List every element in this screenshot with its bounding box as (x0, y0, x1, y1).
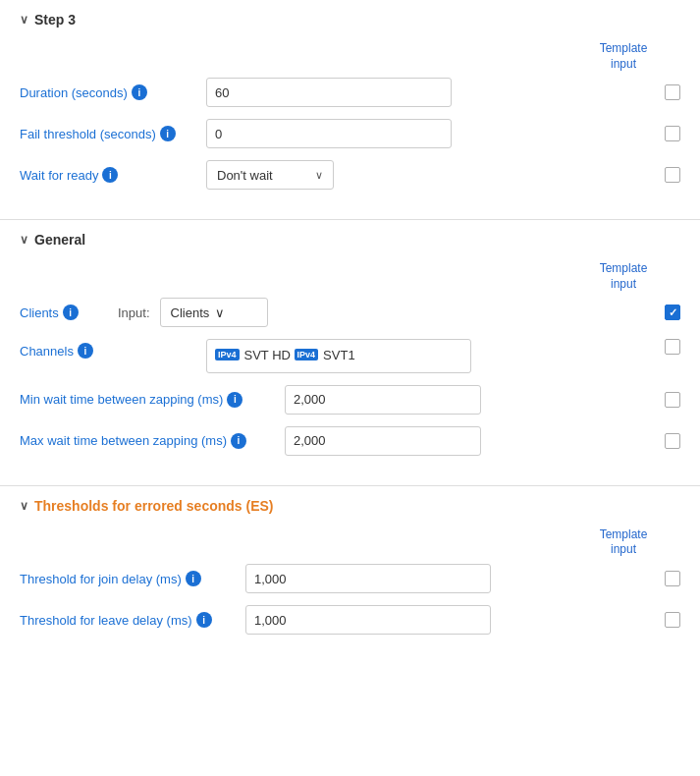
general-template-header: Template input (20, 261, 680, 292)
channel-svt-hd: IPv4 SVT HD (215, 348, 291, 362)
min-wait-row: Min wait time between zapping (ms) i (20, 385, 680, 415)
max-wait-template-checkbox[interactable] (665, 433, 680, 449)
duration-template-checkbox[interactable] (665, 84, 680, 100)
wait-for-ready-chevron-icon: ∨ (315, 169, 323, 182)
max-wait-row: Max wait time between zapping (ms) i (20, 426, 680, 456)
duration-info-icon[interactable]: i (132, 84, 147, 100)
min-wait-template-checkbox[interactable] (665, 392, 680, 408)
thresholds-header[interactable]: ∨ Thresholds for errored seconds (ES) (20, 498, 680, 514)
fail-threshold-template-checkbox[interactable] (665, 126, 680, 141)
channel-svt1: IPv4 SVT1 (295, 348, 355, 362)
duration-label: Duration (seconds) i (20, 84, 196, 100)
thresholds-chevron-icon: ∨ (20, 499, 28, 513)
channels-multiselect[interactable]: IPv4 SVT HD IPv4 SVT1 (206, 339, 471, 373)
general-title: General (34, 232, 85, 248)
channels-row: Channels i IPv4 SVT HD IPv4 SVT1 (20, 339, 680, 373)
wait-for-ready-label: Wait for ready i (20, 167, 196, 183)
leave-delay-row: Threshold for leave delay (ms) i (20, 605, 680, 635)
channel-name-svt1: SVT1 (323, 348, 355, 362)
join-delay-input[interactable] (245, 564, 491, 593)
thresholds-template-input-label: Template input (594, 527, 653, 558)
thresholds-template-header: Template input (20, 527, 680, 558)
max-wait-info-icon[interactable]: i (231, 433, 246, 449)
channels-info-icon[interactable]: i (78, 343, 93, 359)
clients-dropdown[interactable]: Clients ∨ (160, 298, 268, 327)
min-wait-info-icon[interactable]: i (227, 392, 242, 408)
step3-template-input-label: Template input (594, 41, 653, 72)
wait-for-ready-dropdown[interactable]: Don't wait ∨ (206, 160, 334, 190)
channels-label: Channels i (20, 339, 196, 359)
step3-section: ∨ Step 3 Template input Duration (second… (0, 0, 700, 220)
max-wait-label: Max wait time between zapping (ms) i (20, 433, 275, 449)
wait-for-ready-template-checkbox[interactable] (665, 167, 680, 183)
general-section: ∨ General Template input Clients i Input… (0, 220, 700, 486)
join-delay-label: Threshold for join delay (ms) i (20, 571, 236, 586)
clients-dropdown-chevron-icon: ∨ (215, 305, 225, 320)
ipv4-badge-svt1: IPv4 (295, 349, 319, 360)
channel-name-svt-hd: SVT HD (244, 348, 291, 362)
general-header[interactable]: ∨ General (20, 232, 680, 248)
input-label: Input: (118, 305, 150, 320)
wait-for-ready-value: Don't wait (217, 168, 273, 183)
general-chevron-icon: ∨ (20, 233, 28, 247)
step3-title: Step 3 (34, 12, 76, 28)
join-delay-info-icon[interactable]: i (186, 571, 201, 586)
join-delay-row: Threshold for join delay (ms) i (20, 564, 680, 593)
min-wait-input[interactable] (285, 385, 481, 415)
duration-input[interactable] (206, 78, 452, 107)
join-delay-template-checkbox[interactable] (665, 571, 680, 586)
fail-threshold-input[interactable] (206, 119, 452, 148)
clients-label: Clients i (20, 305, 98, 320)
general-template-input-label: Template input (594, 261, 653, 292)
thresholds-title: Thresholds for errored seconds (ES) (34, 498, 274, 514)
fail-threshold-label: Fail threshold (seconds) i (20, 126, 196, 141)
min-wait-label: Min wait time between zapping (ms) i (20, 392, 275, 408)
fail-threshold-info-icon[interactable]: i (160, 126, 176, 141)
clients-template-checkbox[interactable] (665, 305, 680, 320)
clients-info-icon[interactable]: i (63, 305, 79, 320)
thresholds-section: ∨ Thresholds for errored seconds (ES) Te… (0, 486, 700, 664)
clients-dropdown-value: Clients (171, 305, 210, 320)
channels-template-checkbox[interactable] (665, 339, 680, 355)
step3-chevron-icon: ∨ (20, 13, 28, 27)
leave-delay-template-checkbox[interactable] (665, 612, 680, 628)
step3-header[interactable]: ∨ Step 3 (20, 12, 680, 28)
leave-delay-input[interactable] (245, 605, 491, 635)
leave-delay-info-icon[interactable]: i (196, 612, 212, 628)
max-wait-input[interactable] (285, 426, 481, 456)
ipv4-badge-svt-hd: IPv4 (215, 349, 240, 360)
fail-threshold-row: Fail threshold (seconds) i (20, 119, 680, 148)
leave-delay-label: Threshold for leave delay (ms) i (20, 612, 236, 628)
wait-for-ready-row: Wait for ready i Don't wait ∨ (20, 160, 680, 190)
wait-for-ready-info-icon[interactable]: i (102, 167, 118, 183)
step3-template-header: Template input (20, 41, 680, 72)
clients-row: Clients i Input: Clients ∨ (20, 298, 680, 327)
duration-row: Duration (seconds) i (20, 78, 680, 107)
